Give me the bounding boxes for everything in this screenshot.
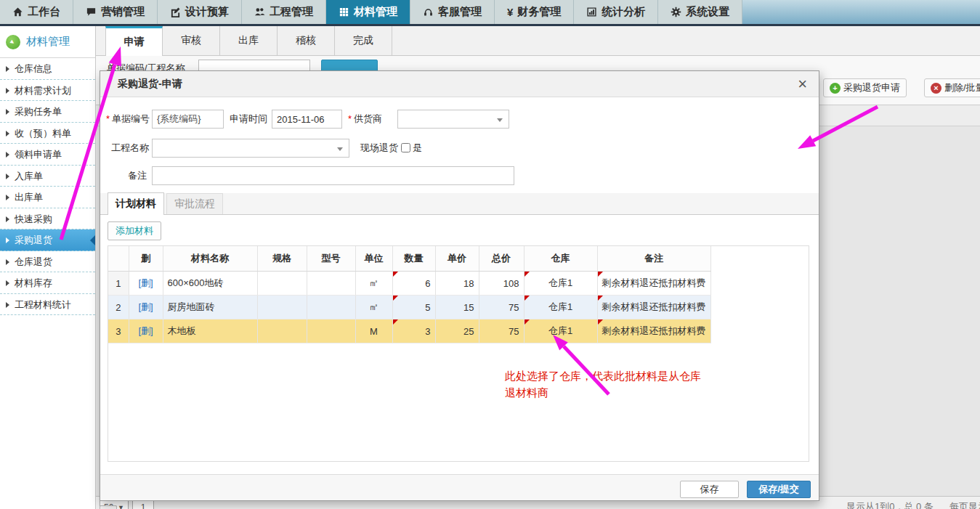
add-material-button[interactable]: 添加材料 [108, 221, 161, 240]
nav-label: 材料管理 [354, 5, 397, 19]
col-delete: 删 [129, 246, 163, 272]
delete-cell: [删] [129, 272, 163, 296]
tab-label: 审核 [181, 34, 201, 47]
tab-approval-flow[interactable]: 审批流程 [166, 193, 223, 214]
nav-item-marketing[interactable]: 营销管理 [73, 0, 158, 24]
nav-item-workbench[interactable]: 工作台 [0, 0, 73, 24]
supplier-label: *供货商 [348, 110, 382, 129]
warehouse-cell[interactable]: 仓库1 [524, 319, 597, 343]
save-button[interactable]: 保存 [680, 481, 739, 498]
sidebar-item-material-stock[interactable]: 材料库存 [0, 272, 95, 294]
unit-cell: ㎡ [355, 272, 392, 296]
remark-cell[interactable]: 剩余材料退还抵扣材料费 [597, 319, 710, 343]
tab-label: 审批流程 [174, 198, 215, 211]
tab-audit[interactable]: 稽核 [278, 26, 335, 55]
dialog-header: 采购退货-申请 × [100, 71, 819, 97]
remark-cell[interactable]: 剩余材料退还抵扣材料费 [597, 296, 710, 319]
sidebar-item-material-request[interactable]: 领料申请单 [0, 144, 95, 166]
tab-apply[interactable]: 申请 [105, 26, 163, 56]
qty-cell[interactable]: 5 [392, 296, 435, 319]
sidebar-item-label: 工程材料统计 [15, 299, 71, 310]
annotation-line1: 此处选择了仓库，代表此批材料是从仓库 [505, 367, 701, 384]
new-purchase-return-button[interactable]: + 采购退货申请 [823, 78, 907, 97]
warehouse-cell[interactable]: 仓库1 [524, 272, 597, 296]
required-mark: * [348, 113, 352, 124]
nav-item-settings[interactable]: 系统设置 [658, 0, 742, 24]
dialog-tabstrip: 计划材料 审批流程 [100, 193, 819, 215]
edited-corner-mark [393, 296, 398, 301]
close-icon[interactable]: × [798, 76, 807, 92]
delete-row-link[interactable]: [删] [138, 277, 153, 288]
grid-icon [339, 7, 349, 17]
pagination-per-page-text: 每页显示 [949, 501, 980, 509]
nav-item-engineering[interactable]: 工程管理 [242, 0, 326, 24]
sidebar-item-project-material-stats[interactable]: 工程材料统计 [0, 294, 95, 316]
col-remark: 备注 [597, 246, 710, 272]
materials-table-container: 删 材料名称 规格 型号 单位 数量 单价 总价 仓库 备注 1 [删] 600… [108, 245, 809, 462]
sidebar-item-label: 仓库退货 [15, 256, 52, 267]
price-cell: 15 [435, 296, 479, 319]
edited-corner-mark [393, 319, 398, 325]
project-name-label: 工程名称 [111, 139, 149, 158]
chevron-down-icon: ▼ [118, 504, 124, 509]
tab-review[interactable]: 审核 [163, 26, 220, 55]
tab-label: 出库 [238, 34, 259, 47]
nav-item-statistics[interactable]: 统计分析 [574, 0, 658, 24]
nav-item-finance[interactable]: ¥ 财务管理 [495, 0, 574, 24]
nav-item-design-budget[interactable]: 设计预算 [158, 0, 242, 24]
apply-date-label: 申请时间 [230, 110, 267, 129]
apply-date-input[interactable] [272, 110, 342, 129]
price-cell: 25 [435, 319, 479, 343]
sidebar-item-quick-purchase[interactable]: 快速采购 [0, 208, 95, 230]
edited-corner-mark [598, 296, 603, 301]
sidebar-item-label: 材料需求计划 [15, 85, 71, 96]
qty-cell[interactable]: 6 [392, 272, 435, 296]
sidebar-item-outbound-order[interactable]: 出库单 [0, 187, 95, 208]
annotation-line2: 退材料商 [505, 384, 701, 401]
remark-cell[interactable]: 剩余材料退还抵扣材料费 [597, 272, 710, 296]
sidebar-item-purchase-return[interactable]: 采购退货 [0, 229, 95, 251]
module-arrow-icon: ▸ [6, 35, 20, 49]
warehouse-cell[interactable]: 仓库1 [524, 296, 597, 319]
sidebar-item-material-demand-plan[interactable]: 材料需求计划 [0, 80, 95, 102]
users-icon [254, 7, 265, 17]
sidebar-item-warehouse-return[interactable]: 仓库退货 [0, 251, 95, 273]
edited-corner-mark [525, 319, 530, 325]
table-row: 2 [删] 厨房地面砖 ㎡ 5 15 75 仓库1 剩余材料退还抵扣材料费 [108, 296, 710, 319]
row-number: 3 [108, 319, 129, 343]
sidebar: ▸ 材料管理 仓库信息 材料需求计划 采购任务单 收（预）料单 领料申请单 入库… [0, 26, 96, 509]
sidebar-item-label: 快速采购 [15, 213, 52, 224]
project-name-select[interactable] [152, 139, 349, 158]
tab-plan-materials[interactable]: 计划材料 [108, 192, 164, 215]
sidebar-item-inbound-order[interactable]: 入库单 [0, 166, 95, 187]
sidebar-item-warehouse-info[interactable]: 仓库信息 [0, 58, 95, 80]
delete-batch-button[interactable]: × 删除/批量 [924, 78, 980, 97]
spec-cell [257, 296, 307, 319]
edit-icon [170, 7, 181, 17]
nav-item-customer-service[interactable]: 客服管理 [410, 0, 495, 24]
model-cell [307, 296, 355, 319]
doc-no-label: *单据编号 [106, 110, 150, 129]
remark-input[interactable] [152, 166, 514, 185]
sidebar-item-purchase-task[interactable]: 采购任务单 [0, 101, 95, 123]
unit-cell: ㎡ [355, 296, 392, 319]
delete-row-link[interactable]: [删] [138, 301, 153, 312]
save-submit-button[interactable]: 保存/提交 [747, 481, 811, 498]
plus-circle-icon: + [830, 83, 841, 94]
doc-no-input[interactable] [152, 110, 224, 129]
table-header-row: 删 材料名称 规格 型号 单位 数量 单价 总价 仓库 备注 [108, 246, 710, 272]
supplier-select[interactable] [397, 110, 509, 129]
refresh-icon[interactable]: ↻ [100, 505, 117, 509]
headset-icon [423, 7, 434, 17]
sidebar-item-label: 入库单 [15, 171, 43, 182]
sidebar-title: 材料管理 [26, 35, 70, 49]
qty-cell[interactable]: 3 [392, 319, 435, 343]
onsite-return-checkbox[interactable] [401, 143, 410, 152]
tab-label: 计划材料 [116, 198, 156, 211]
delete-row-link[interactable]: [删] [138, 325, 153, 336]
nav-item-materials[interactable]: 材料管理 [326, 0, 410, 24]
tab-outbound[interactable]: 出库 [220, 26, 278, 55]
sidebar-item-label: 仓库信息 [15, 63, 52, 74]
sidebar-item-receive-material[interactable]: 收（预）料单 [0, 123, 95, 144]
tab-complete[interactable]: 完成 [335, 26, 392, 55]
